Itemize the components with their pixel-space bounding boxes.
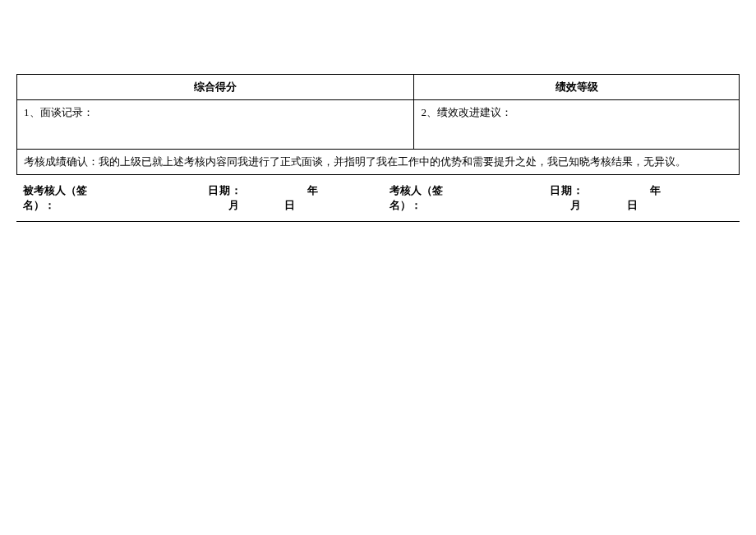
improvement-suggestion-cell: 2、绩效改进建议： (414, 100, 740, 150)
year-unit-right: 年 (650, 184, 662, 196)
assessor-label: 考核人（签名）： (390, 183, 459, 213)
confirmation-row: 考核成绩确认：我的上级已就上述考核内容同我进行了正式面谈，并指明了我在工作中的优… (17, 150, 740, 175)
score-header: 综合得分 (17, 75, 414, 100)
assessee-label: 被考核人（签名）： (23, 183, 101, 213)
records-row: 1、面谈记录： 2、绩效改进建议： (17, 100, 740, 150)
assessment-table: 综合得分 绩效等级 1、面谈记录： 2、绩效改进建议： 考核成绩确认：我的上级已… (16, 74, 740, 175)
grade-header: 绩效等级 (414, 75, 740, 100)
month-unit-right: 月 (570, 199, 582, 211)
date-label-right: 日期： (550, 184, 584, 196)
header-row: 综合得分 绩效等级 (17, 75, 740, 100)
date-label-left: 日期： (208, 184, 242, 196)
day-unit-right: 日 (627, 199, 638, 211)
month-unit-left: 月 (228, 199, 240, 211)
assessee-signature-block: 被考核人（签名）： 日期： 年 月 日 (23, 183, 390, 213)
signature-row: 被考核人（签名）： 日期： 年 月 日 考核人（签名）： 日期： 年 月 日 (16, 175, 740, 222)
confirmation-text: 考核成绩确认：我的上级已就上述考核内容同我进行了正式面谈，并指明了我在工作中的优… (17, 150, 740, 175)
assessor-date-group: 日期： 年 月 日 (550, 183, 733, 213)
interview-record-cell: 1、面谈记录： (17, 100, 414, 150)
year-unit-left: 年 (307, 184, 319, 196)
assessee-date-group: 日期： 年 月 日 (208, 183, 390, 213)
day-unit-left: 日 (284, 199, 296, 211)
assessor-signature-block: 考核人（签名）： 日期： 年 月 日 (390, 183, 733, 213)
